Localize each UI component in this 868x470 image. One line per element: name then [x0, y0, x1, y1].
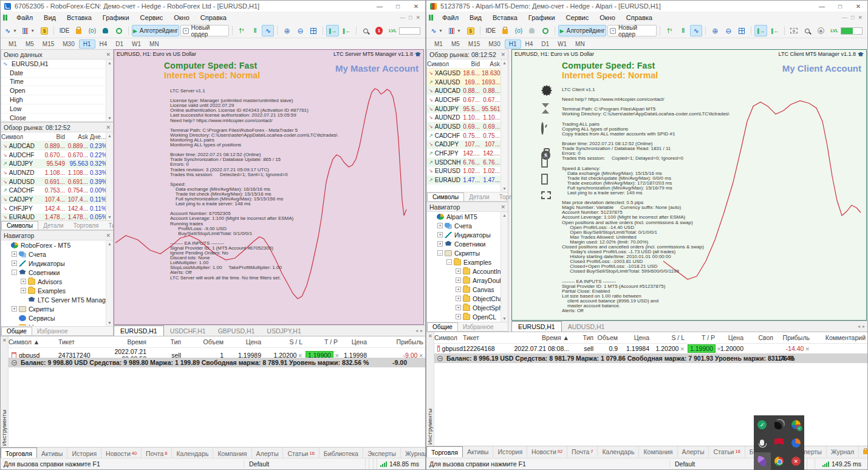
menu-item[interactable]: Сервис — [561, 13, 595, 22]
volumes-icon[interactable]: ‖ — [677, 25, 689, 36]
shift-end-icon[interactable]: ∥→ — [754, 25, 767, 36]
menu-item[interactable]: Вид — [464, 13, 487, 22]
timeframe-button[interactable]: H4 — [95, 39, 112, 49]
connection-status[interactable]: 149.25 ms — [822, 460, 867, 468]
timeframe-button[interactable]: W1 — [553, 39, 571, 49]
menu-item[interactable]: Окно — [594, 13, 621, 22]
market-watch-row[interactable]: ↘AUDCAD 0.889... 0.889... 0.23% — [1, 141, 106, 151]
minimize-button[interactable]: — — [371, 1, 389, 12]
timeframe-button[interactable]: W1 — [128, 39, 145, 49]
navigator-tree-item[interactable]: +Скрипты — [1, 304, 106, 313]
market-watch-row[interactable]: ↘CADJPY 107.4... 107.4... 0.11% — [1, 195, 106, 204]
toolbox-tab[interactable]: Журнал — [827, 446, 859, 457]
scrollbar[interactable]: ▲▼ — [501, 60, 508, 192]
market-watch-row[interactable]: ↘AUDNZD 1.108... 1.108... 0.33% — [1, 168, 106, 177]
menu-item[interactable]: Файл — [11, 13, 38, 22]
scrollbar[interactable]: ▲▼ — [106, 60, 113, 121]
menu-item[interactable]: Вставка — [487, 13, 523, 22]
microphone-icon[interactable] — [754, 434, 771, 452]
new-order-button[interactable]: +Новый ордер — [180, 25, 229, 36]
close-icon[interactable]: ✕ — [106, 52, 111, 58]
close-icon[interactable]: ✕ — [106, 233, 111, 239]
toolbox-tab[interactable]: История — [493, 446, 527, 457]
danger-x-icon[interactable]: ✕ — [787, 452, 804, 470]
navigator-tree-item[interactable]: +Examples — [1, 286, 106, 295]
toolbox-tab[interactable]: Маркет — [859, 446, 868, 457]
market-watch-row[interactable]: ↘CADJPY 107... 107... — [427, 140, 501, 149]
ide-button[interactable]: IDE — [57, 25, 72, 36]
remove-sl-icon[interactable]: ✕ — [680, 346, 685, 352]
chart-tab[interactable]: EURUSD,H1 — [511, 321, 562, 332]
navigator-tree-item[interactable]: RoboForex - MT5 — [1, 240, 106, 250]
chart-area[interactable]: EURUSD, H1: Euro vs US Dollar LTC Client… — [511, 49, 867, 321]
candles-icon[interactable]: ▼ — [446, 25, 463, 36]
timeframe-button[interactable]: M15 — [38, 39, 58, 49]
zigzag-icon[interactable]: ∿ — [262, 25, 274, 36]
search-icon[interactable] — [360, 25, 372, 36]
trade-table-row[interactable]: gbpusd 247317240 2022.07.21 08:08:53 sel… — [9, 348, 425, 358]
broadcast-icon[interactable]: (ο) — [513, 25, 525, 36]
lock-icon[interactable] — [73, 25, 85, 36]
navigator-tab[interactable]: Избранное — [32, 327, 73, 335]
menu-item[interactable]: Окно — [168, 13, 195, 22]
shift-back-icon[interactable]: ∥← — [340, 25, 353, 36]
navigator-tree-item[interactable]: Сервисы — [1, 313, 106, 322]
notifications-badge[interactable]: 1 — [373, 25, 385, 36]
close-button[interactable]: ✕ — [849, 1, 867, 12]
new-order-button[interactable]: +Новый ордер — [607, 25, 657, 36]
tab-scroll-arrows[interactable]: ◂▸ — [415, 325, 425, 336]
chart-tab[interactable]: USDJPY,H1 — [261, 325, 307, 336]
shift-end-icon[interactable]: ∥→ — [326, 25, 339, 36]
chart-tab[interactable]: EURUSD,H1 — [114, 325, 164, 336]
chart-tab[interactable]: GBPUSD,H1 — [212, 325, 261, 336]
timeframe-button[interactable]: D1 — [111, 39, 128, 49]
navigator-tree-item[interactable]: +Счета — [1, 250, 106, 259]
market-watch-row[interactable]: ↘XAGUSD 18.6... 18.630 — [427, 69, 501, 78]
market-watch-row[interactable]: ↗CADCHF 0.75... 0.75... — [427, 131, 501, 140]
collapse-icon[interactable] — [437, 356, 443, 361]
market-watch-tab[interactable]: Торговля — [69, 221, 104, 230]
toolbox-tab[interactable]: Почта7 — [567, 446, 598, 457]
feather-icon[interactable] — [754, 452, 771, 470]
mdi-window-controls[interactable]: —□✕ — [842, 15, 867, 21]
close-icon[interactable]: ✕ — [106, 124, 111, 131]
close-icon[interactable]: ✕ — [2, 338, 7, 343]
candles-icon[interactable]: ▼ — [20, 25, 37, 36]
timeframe-button[interactable]: M1 — [430, 39, 447, 49]
target-icon[interactable] — [113, 25, 125, 36]
shift-back-icon[interactable]: ∥← — [768, 25, 781, 36]
toolbox-tab[interactable]: Активы — [463, 446, 494, 457]
market-watch-row[interactable]: ↘AUDCHF 0.670... 0.670... 0.22% — [1, 151, 106, 160]
maximize-button[interactable]: □ — [389, 1, 407, 12]
scrollbar[interactable]: ▲▼ — [106, 132, 113, 220]
close-icon[interactable]: ✕ — [501, 204, 505, 210]
community-icon[interactable]: ◉ — [815, 25, 827, 36]
market-watch-row[interactable]: ↗EURAUD 1.47... 1.47... — [427, 175, 501, 185]
tab-scroll-arrows[interactable]: ◂▸ — [858, 321, 867, 332]
navigator-tree-item[interactable]: +OpenCL — [427, 312, 501, 321]
scrollbar[interactable]: ▲▼ — [106, 240, 113, 326]
market-watch-row[interactable]: ↗XAUUSD 169... 1693... — [427, 78, 501, 87]
close-icon[interactable]: ✕ — [501, 52, 505, 58]
navigator-tree-item[interactable]: +Советники — [427, 239, 501, 248]
menu-item[interactable]: Вид — [38, 13, 61, 22]
target-icon[interactable] — [539, 25, 552, 36]
browser-update-icon[interactable] — [787, 434, 804, 452]
timeframe-button[interactable]: M15 — [464, 39, 484, 49]
navigator-tree-item[interactable]: +ObjectChart — [427, 294, 501, 303]
dollar-icon[interactable]: $ — [38, 25, 50, 36]
market-watch-tab[interactable]: Символы — [1, 221, 38, 230]
crosshair-icon[interactable]: †¹ — [235, 25, 247, 36]
navigator-tree-item[interactable]: +ArrayDouble — [427, 276, 501, 285]
market-watch-row[interactable]: ↗AUDJPY 95.549 95.563 0.32% — [1, 159, 106, 168]
market-watch-row[interactable]: ↗CADCHF 0.753... 0.754... 0.00% — [1, 186, 106, 195]
bell-icon[interactable] — [100, 25, 112, 36]
menu-item[interactable]: Вставка — [61, 13, 97, 22]
menu-item[interactable]: Файл — [437, 13, 464, 22]
bell-icon[interactable] — [526, 25, 538, 36]
mdi-window-controls[interactable]: —□✕ — [400, 15, 425, 21]
zigzag-icon[interactable]: ∿ — [690, 25, 702, 36]
market-watch-row[interactable]: ↗USDCNH 6.76... 6.76... — [427, 158, 501, 167]
timeframe-button[interactable]: M30 — [58, 39, 78, 49]
navigator-tree-item[interactable]: +Canvas — [427, 285, 501, 294]
